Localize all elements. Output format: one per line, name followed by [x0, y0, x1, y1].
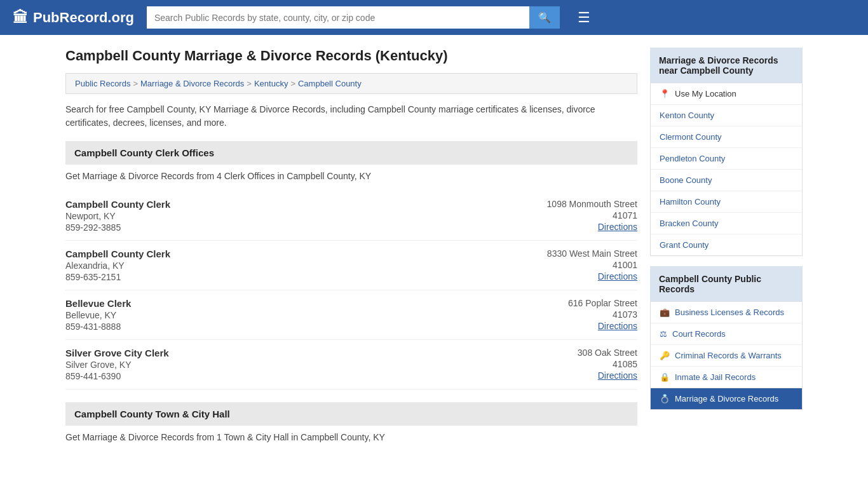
directions-link[interactable]: Directions — [598, 222, 637, 232]
nearby-county-link[interactable]: Kenton County — [651, 105, 802, 126]
pub-records-criminal-link[interactable]: 🔑 Criminal Records & Warrants — [651, 345, 802, 366]
office-entry: Campbell County Clerk Newport, KY 859-29… — [65, 191, 637, 241]
search-button[interactable]: 🔍 — [529, 6, 560, 29]
office-name: Silver Grove City Clerk — [65, 348, 169, 358]
nearby-county-link[interactable]: Clermont County — [651, 126, 802, 147]
office-entry: Campbell County Clerk Alexandria, KY 859… — [65, 241, 637, 290]
nearby-county-item[interactable]: Grant County — [651, 234, 802, 255]
nearby-section: Marriage & Divorce Records near Campbell… — [650, 48, 803, 256]
office-address: 8330 West Main Street — [510, 248, 637, 259]
pub-records-criminal-label: Criminal Records & Warrants — [675, 351, 782, 360]
office-zip: 41001 — [510, 260, 637, 270]
site-header: 🏛 PubRecord.org 🔍 ☰ — [0, 0, 868, 35]
office-phone: 859-635-2151 — [65, 272, 170, 282]
directions-link[interactable]: Directions — [598, 271, 637, 281]
nearby-counties-list: 📍 Use My Location Kenton County Clermont… — [650, 83, 803, 256]
nearby-county-link[interactable]: Boone County — [651, 170, 802, 191]
office-city: Silver Grove, KY — [65, 360, 169, 370]
office-entry: Bellevue Clerk Bellevue, KY 859-431-8888… — [65, 290, 637, 340]
pub-records-criminal[interactable]: 🔑 Criminal Records & Warrants — [651, 345, 802, 367]
nearby-county-item[interactable]: Hamilton County — [651, 191, 802, 213]
nearby-county-link[interactable]: Grant County — [651, 234, 802, 255]
use-location-item[interactable]: 📍 Use My Location — [651, 83, 802, 105]
pub-records-inmate-link[interactable]: 🔒 Inmate & Jail Records — [651, 367, 802, 388]
gavel-icon: ⚖ — [660, 329, 667, 339]
logo-icon: 🏛 — [13, 9, 28, 27]
lock-icon: 🔒 — [660, 372, 670, 382]
pub-records-marriage-link[interactable]: 💍 Marriage & Divorce Records — [651, 388, 802, 409]
office-city: Alexandria, KY — [65, 261, 170, 271]
office-right: 8330 West Main Street 41001 Directions — [510, 248, 637, 281]
breadcrumb-kentucky[interactable]: Kentucky — [254, 79, 288, 88]
nearby-county-item[interactable]: Bracken County — [651, 213, 802, 234]
location-icon: 📍 — [660, 89, 670, 98]
search-input[interactable] — [147, 6, 529, 29]
page-description: Search for free Campbell County, KY Marr… — [65, 103, 637, 130]
breadcrumb: Public Records > Marriage & Divorce Reco… — [65, 73, 637, 94]
office-right: 308 Oak Street 41085 Directions — [510, 348, 637, 381]
office-address: 308 Oak Street — [510, 348, 637, 358]
office-left: Bellevue Clerk Bellevue, KY 859-431-8888 — [65, 298, 131, 332]
town-sub-desc: Get Marriage & Divorce Records from 1 To… — [65, 432, 637, 442]
office-city: Newport, KY — [65, 211, 170, 221]
office-phone: 859-441-6390 — [65, 371, 169, 381]
breadcrumb-public-records[interactable]: Public Records — [75, 79, 130, 88]
office-entry: Silver Grove City Clerk Silver Grove, KY… — [65, 340, 637, 390]
pub-records-marriage[interactable]: 💍 Marriage & Divorce Records — [651, 388, 802, 409]
main-content: Campbell County Marriage & Divorce Recor… — [65, 48, 637, 452]
nearby-county-item[interactable]: Boone County — [651, 170, 802, 191]
office-right: 1098 Monmouth Street 41071 Directions — [510, 199, 637, 232]
pub-records-business-link[interactable]: 💼 Business Licenses & Records — [651, 302, 802, 323]
use-location-link[interactable]: 📍 Use My Location — [651, 83, 802, 104]
ring-icon: 💍 — [660, 394, 670, 403]
pub-records-court[interactable]: ⚖ Court Records — [651, 323, 802, 345]
pub-records-court-link[interactable]: ⚖ Court Records — [651, 323, 802, 344]
pub-records-court-label: Court Records — [672, 329, 726, 339]
office-name: Campbell County Clerk — [65, 248, 170, 259]
nearby-county-item[interactable]: Kenton County — [651, 105, 802, 126]
office-phone: 859-292-3885 — [65, 222, 170, 233]
office-right: 616 Poplar Street 41073 Directions — [510, 298, 637, 331]
directions-link[interactable]: Directions — [598, 370, 637, 381]
pub-records-list: 💼 Business Licenses & Records ⚖ Court Re… — [650, 302, 803, 410]
nearby-county-link[interactable]: Bracken County — [651, 213, 802, 234]
use-location-label: Use My Location — [675, 89, 736, 98]
search-bar: 🔍 — [147, 6, 560, 29]
clerk-sub-desc: Get Marriage & Divorce Records from 4 Cl… — [65, 171, 637, 181]
office-address: 1098 Monmouth Street — [510, 199, 637, 209]
office-left: Campbell County Clerk Newport, KY 859-29… — [65, 199, 170, 233]
office-zip: 41073 — [510, 309, 637, 320]
office-name: Bellevue Clerk — [65, 298, 131, 309]
office-zip: 41085 — [510, 359, 637, 369]
pub-records-business-label: Business Licenses & Records — [675, 308, 784, 317]
pub-records-inmate-label: Inmate & Jail Records — [675, 372, 756, 382]
site-logo[interactable]: 🏛 PubRecord.org — [13, 9, 134, 27]
office-address: 616 Poplar Street — [510, 298, 637, 308]
pub-records-business[interactable]: 💼 Business Licenses & Records — [651, 302, 802, 323]
page-container: Campbell County Marriage & Divorce Recor… — [53, 35, 815, 465]
office-left: Campbell County Clerk Alexandria, KY 859… — [65, 248, 170, 282]
briefcase-icon: 💼 — [660, 308, 670, 317]
page-title: Campbell County Marriage & Divorce Recor… — [65, 48, 637, 64]
directions-link[interactable]: Directions — [598, 321, 637, 331]
nearby-county-link[interactable]: Pendleton County — [651, 148, 802, 169]
logo-text: PubRecord.org — [33, 10, 134, 26]
pub-records-inmate[interactable]: 🔒 Inmate & Jail Records — [651, 367, 802, 388]
pub-records-header: Campbell County Public Records — [650, 266, 803, 302]
office-city: Bellevue, KY — [65, 310, 131, 320]
pub-records-section: Campbell County Public Records 💼 Busines… — [650, 266, 803, 410]
office-name: Campbell County Clerk — [65, 199, 170, 210]
sidebar: Marriage & Divorce Records near Campbell… — [650, 48, 803, 452]
hamburger-menu[interactable]: ☰ — [578, 10, 590, 26]
office-phone: 859-431-8888 — [65, 322, 131, 332]
nearby-county-item[interactable]: Clermont County — [651, 126, 802, 148]
key-icon: 🔑 — [660, 351, 670, 360]
breadcrumb-marriage-divorce[interactable]: Marriage & Divorce Records — [140, 79, 244, 88]
nearby-county-item[interactable]: Pendleton County — [651, 148, 802, 170]
pub-records-marriage-label: Marriage & Divorce Records — [675, 394, 778, 403]
office-left: Silver Grove City Clerk Silver Grove, KY… — [65, 348, 169, 381]
nearby-header: Marriage & Divorce Records near Campbell… — [650, 48, 803, 83]
office-zip: 41071 — [510, 210, 637, 220]
breadcrumb-campbell-county[interactable]: Campbell County — [298, 79, 362, 88]
nearby-county-link[interactable]: Hamilton County — [651, 191, 802, 212]
